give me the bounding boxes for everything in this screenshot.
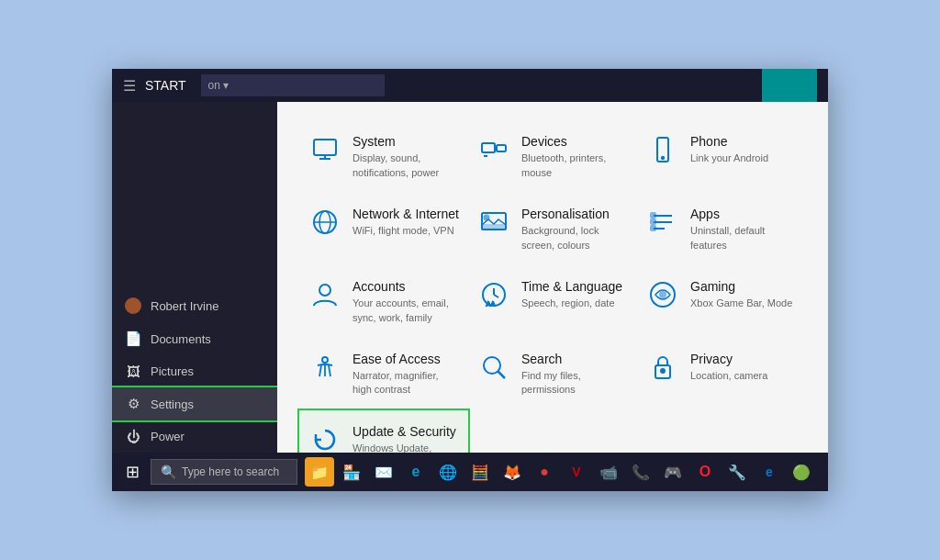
accounts-text: Accounts Your accounts, email, sync, wor… [352, 278, 459, 325]
update-name: Update & Security [352, 423, 459, 440]
sidebar-item-power[interactable]: ⏻ Power [112, 420, 277, 453]
svg-rect-12 [482, 225, 506, 230]
pictures-icon: 🖼 [125, 364, 141, 379]
network-name: Network & Internet [352, 206, 459, 222]
accounts-desc: Your accounts, email, sync, work, family [352, 297, 459, 325]
update-text: Update & Security Windows Update, recove… [352, 423, 459, 453]
time-icon: A A [477, 280, 510, 316]
taskbar-vivaldi-icon[interactable]: V [562, 457, 591, 487]
sidebar-label-documents: Documents [151, 332, 211, 346]
personalisation-text: Personalisation Background, lock screen,… [521, 206, 628, 252]
setting-system[interactable]: System Display, sound, notifications, po… [299, 120, 468, 193]
search-desc: Find my files, permissions [521, 369, 628, 398]
setting-personalisation[interactable]: Personalisation Background, lock screen,… [468, 193, 637, 265]
search-name: Search [521, 351, 628, 367]
svg-rect-17 [651, 213, 655, 218]
apps-desc: Uninstall, default features [690, 224, 797, 252]
taskbar-edge-icon[interactable]: e [401, 457, 431, 487]
start-button[interactable]: ⊞ [116, 455, 149, 488]
setting-accounts[interactable]: Accounts Your accounts, email, sync, wor… [299, 265, 468, 338]
setting-search[interactable]: Search Find my files, permissions [468, 338, 637, 410]
apps-name: Apps [690, 206, 797, 222]
taskbar: ⊞ 🔍 Type here to search 📁 🏪 ✉️ e 🌐 🧮 🦊 ●… [112, 453, 828, 491]
personalisation-name: Personalisation [521, 206, 628, 222]
titlebar-search[interactable]: on ▾ [201, 74, 385, 96]
phone-desc: Link your Android [690, 151, 768, 165]
setting-phone[interactable]: Phone Link your Android [637, 120, 806, 193]
privacy-desc: Location, camera [690, 369, 767, 383]
update-icon [308, 425, 341, 453]
system-name: System [352, 133, 459, 150]
titlebar: ☰ START on ▾ [112, 69, 828, 102]
taskbar-tools-icon[interactable]: 🔧 [722, 457, 752, 487]
taskbar-explorer-icon[interactable]: 📁 [305, 457, 334, 487]
setting-gaming[interactable]: Gaming Xbox Game Bar, Mode [637, 265, 806, 338]
svg-line-23 [494, 295, 498, 297]
setting-update[interactable]: Update & Security Windows Update, recove… [299, 410, 468, 453]
time-text: Time & Language Speech, region, date [521, 278, 622, 311]
system-icon [308, 135, 341, 171]
setting-devices[interactable]: Devices Bluetooth, printers, mouse [468, 120, 637, 193]
taskbar-gaming-icon[interactable]: 🎮 [658, 457, 688, 487]
main-area: Robert Irvine 📄 Documents 🖼 Pictures ⚙ S… [112, 102, 828, 453]
taskbar-red1-icon[interactable]: ● [530, 457, 559, 487]
sidebar-item-pictures[interactable]: 🖼 Pictures [112, 355, 277, 387]
svg-line-29 [498, 371, 505, 378]
user-avatar [125, 297, 141, 314]
devices-icon [477, 135, 510, 171]
taskbar-search[interactable]: 🔍 Type here to search [151, 459, 297, 485]
taskbar-zoom-icon[interactable]: 📹 [594, 457, 623, 487]
settings-content: System Display, sound, notifications, po… [277, 102, 828, 453]
user-name: Robert Irvine [151, 299, 218, 313]
search-icon [477, 353, 510, 388]
svg-rect-3 [482, 143, 495, 152]
taskbar-globe-icon[interactable]: 🟢 [787, 457, 816, 487]
setting-network[interactable]: Network & Internet WiFi, flight mode, VP… [299, 193, 468, 265]
window-title: START [145, 78, 186, 93]
svg-text:A A: A A [487, 301, 495, 307]
gaming-text: Gaming Xbox Game Bar, Mode [690, 278, 792, 311]
setting-ease[interactable]: Ease of Access Narrator, magnifier, high… [299, 338, 468, 410]
svg-point-20 [319, 285, 330, 296]
privacy-icon [646, 353, 679, 388]
settings-icon: ⚙ [125, 396, 141, 412]
taskbar-firefox-icon[interactable]: 🦊 [498, 457, 527, 487]
sidebar-item-documents[interactable]: 📄 Documents [112, 322, 277, 355]
time-name: Time & Language [521, 278, 622, 295]
system-text: System Display, sound, notifications, po… [352, 133, 459, 180]
sidebar-user[interactable]: Robert Irvine [112, 289, 277, 322]
system-desc: Display, sound, notifications, power [352, 151, 459, 180]
setting-time[interactable]: A A Time & Language Speech, region, date [468, 265, 637, 338]
setting-privacy[interactable]: Privacy Location, camera [637, 338, 806, 410]
sidebar-label-pictures: Pictures [151, 364, 194, 378]
sidebar-item-settings[interactable]: ⚙ Settings [112, 387, 277, 420]
accounts-name: Accounts [352, 278, 459, 295]
sidebar-label-power: Power [151, 430, 185, 443]
taskbar-mail-icon[interactable]: ✉️ [369, 457, 398, 487]
phone-text: Phone Link your Android [690, 133, 768, 166]
gaming-desc: Xbox Game Bar, Mode [690, 297, 792, 310]
hamburger-icon[interactable]: ☰ [123, 77, 136, 95]
taskbar-app-icons: 📁 🏪 ✉️ e 🌐 🧮 🦊 ● V 📹 📞 🎮 O 🔧 e 🟢 [305, 457, 816, 487]
personalisation-icon [477, 207, 510, 243]
svg-point-7 [662, 157, 664, 159]
network-desc: WiFi, flight mode, VPN [352, 224, 459, 238]
taskbar-search-text: Type here to search [182, 465, 279, 478]
gaming-name: Gaming [690, 278, 792, 295]
update-desc: Windows Update, recovery, backup [352, 442, 459, 453]
svg-rect-4 [497, 145, 506, 151]
taskbar-store-icon[interactable]: 🏪 [337, 457, 366, 487]
search-text: Search Find my files, permissions [521, 351, 628, 398]
setting-apps[interactable]: Apps Uninstall, default features [637, 193, 806, 265]
privacy-text: Privacy Location, camera [690, 351, 767, 384]
taskbar-edge2-icon[interactable]: e [755, 457, 784, 487]
taskbar-opera-icon[interactable]: O [690, 457, 720, 487]
taskbar-chrome-icon[interactable]: 🌐 [433, 457, 463, 487]
taskbar-calc-icon[interactable]: 🧮 [465, 457, 495, 487]
taskbar-whatsapp-icon[interactable]: 📞 [626, 457, 655, 487]
sidebar: Robert Irvine 📄 Documents 🖼 Pictures ⚙ S… [112, 102, 277, 453]
taskbar-search-icon: 🔍 [161, 465, 176, 479]
network-icon [308, 207, 341, 243]
settings-window: ☰ START on ▾ Robert Irvine 📄 Documents [112, 69, 828, 491]
network-text: Network & Internet WiFi, flight mode, VP… [352, 206, 459, 239]
